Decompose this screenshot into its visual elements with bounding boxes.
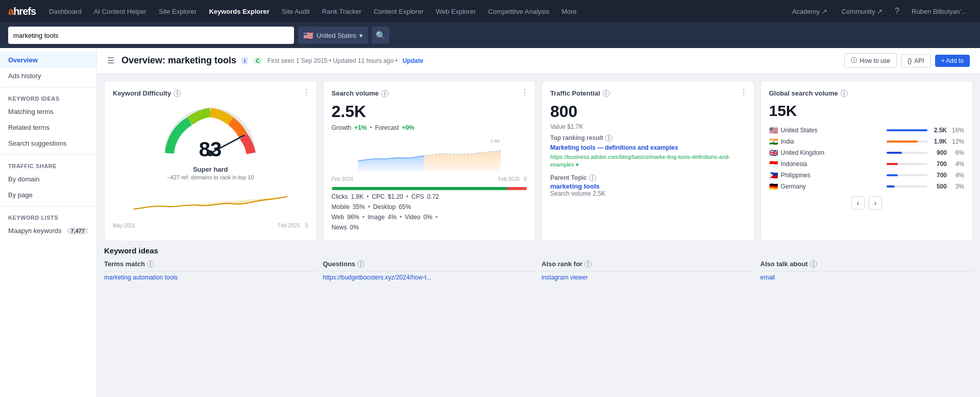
keyword-ideas-grid: Terms match i marketing automation tools… (104, 260, 973, 283)
sidebar: Overview Ads history Keyword ideas Match… (0, 48, 97, 397)
sv-info-icon[interactable]: i (381, 90, 388, 97)
tp-card-menu[interactable]: ⋮ (740, 87, 748, 97)
sidebar-item-overview[interactable]: Overview (0, 52, 96, 68)
nav-competitive-analysis[interactable]: Competitive Analysis (483, 5, 554, 18)
nav-site-audit[interactable]: Site Audit (277, 5, 315, 18)
sv-dot-1: • (370, 124, 372, 131)
country-val-de: 500 (930, 183, 947, 190)
logo[interactable]: ahrefs (8, 6, 36, 17)
sidebar-item-search-suggestions[interactable]: Search suggestions (0, 135, 96, 151)
country-pct-ph: 4% (950, 172, 964, 179)
sv-dot-2: • (366, 193, 369, 200)
sv-card-menu[interactable]: ⋮ (521, 87, 529, 97)
update-link[interactable]: Update (403, 57, 424, 64)
page-meta: First seen 1 Sep 2015 • Updated 11 hours… (267, 57, 398, 64)
nav-content-explorer[interactable]: Content Explorer (369, 5, 429, 18)
sv-end-row: Feb 2026 0 (498, 176, 527, 182)
questions-header: Questions i (323, 260, 536, 272)
sidebar-item-matching-terms[interactable]: Matching terms (0, 104, 96, 120)
questions-item-0[interactable]: https://budgetboosters.xyz/2024/how-t... (323, 272, 536, 283)
search-volume-card: Search volume i ⋮ 2.5K Growth +1% • Fore… (323, 81, 536, 241)
hamburger-icon[interactable]: ☰ (107, 56, 114, 65)
sv-clicks-value: 1.8K (351, 193, 364, 200)
search-input[interactable] (13, 32, 289, 39)
gauge-chart: 83 Super hard −427 ref. domains to rank … (113, 102, 308, 180)
help-icon[interactable]: ? (892, 5, 902, 18)
sidebar-item-related-terms[interactable]: Related terms (0, 120, 96, 135)
header-actions: ⓘ How to use {} API + Add to (844, 53, 970, 68)
sidebar-section-keyword-ideas: Keyword ideas (0, 90, 96, 104)
svg-text:83: 83 (199, 138, 222, 160)
sv-metrics-row-1: Clicks 1.8K • CPC $1.20 • CPS 0.72 (332, 193, 527, 200)
sv-trend-svg: 2.8K (332, 135, 527, 174)
sv-news-label: News (332, 224, 347, 231)
sidebar-item-by-domain[interactable]: By domain (0, 171, 96, 187)
pagination-next[interactable]: › (869, 196, 882, 209)
country-row-de: 🇩🇪 Germany 500 3% (769, 181, 965, 192)
de-bar-wrap (887, 185, 927, 188)
tp-top-info-icon[interactable]: i (605, 134, 612, 142)
sv-cps-label: CPS (411, 193, 424, 200)
nav-more[interactable]: More (556, 5, 582, 18)
sidebar-section-traffic-share: Traffic share (0, 158, 96, 171)
search-button[interactable]: 🔍 (372, 27, 389, 44)
pagination-prev[interactable]: ‹ (851, 196, 865, 209)
nav-academy[interactable]: Academy ↗ (787, 5, 832, 18)
gauge-svg: 83 (159, 102, 261, 164)
nav-keywords-explorer[interactable]: Keywords Explorer (204, 5, 275, 18)
terms-match-item-0[interactable]: marketing automation tools (104, 272, 317, 283)
also-talk-info-icon[interactable]: i (810, 261, 817, 268)
top-navigation: ahrefs Dashboard AI Content Helper Site … (0, 0, 980, 22)
nav-rank-tracker[interactable]: Rank Tracker (317, 5, 366, 18)
tp-info-icon[interactable]: i (603, 90, 610, 97)
also-rank-item-0[interactable]: instagram viewer (542, 272, 754, 283)
nav-community[interactable]: Community ↗ (837, 5, 888, 18)
sidebar-item-ads-history[interactable]: Ads history (0, 68, 96, 84)
us-flag-icon: 🇺🇸 (303, 31, 313, 40)
also-rank-label: Also rank for (542, 260, 582, 268)
nav-site-explorer[interactable]: Site Explorer (154, 5, 202, 18)
terms-match-info-icon[interactable]: i (147, 261, 154, 268)
sidebar-item-keyword-list[interactable]: Мааруп keywords 7,477 (0, 223, 96, 239)
tp-result-link[interactable]: Marketing tools — definitions and exampl… (550, 144, 746, 152)
kd-card-menu[interactable]: ⋮ (302, 87, 310, 97)
page-title: Overview: marketing tools (121, 55, 236, 66)
tp-parent-info-icon[interactable]: i (589, 174, 596, 181)
search-bar: 🇺🇸 United States ▾ 🔍 (0, 22, 980, 48)
country-selector[interactable]: 🇺🇸 United States ▾ (298, 27, 368, 44)
sidebar-item-by-page[interactable]: By page (0, 187, 96, 203)
id-bar-wrap (887, 163, 927, 165)
nav-dashboard[interactable]: Dashboard (44, 5, 87, 18)
kd-info-icon[interactable]: i (174, 90, 181, 97)
tp-title-label: Traffic Potential (550, 89, 600, 97)
keyword-list-badge: 7,477 (67, 227, 88, 235)
sv-image-label: Image (368, 214, 384, 221)
tp-parent-topic-value[interactable]: marketing tools (550, 182, 746, 190)
how-to-use-button[interactable]: ⓘ How to use (844, 53, 897, 68)
country-pct-in: 12% (950, 138, 964, 145)
also-rank-info-icon[interactable]: i (584, 261, 592, 268)
sv-dot-3: • (406, 193, 408, 200)
gv-info-icon[interactable]: i (841, 90, 848, 97)
sv-growth-row: Growth +1% • Forecast +0% (332, 124, 527, 131)
global-volume-card: Global search volume i 15K 🇺🇸 United Sta… (761, 81, 973, 241)
de-flag: 🇩🇪 (769, 182, 778, 191)
also-talk-item-0[interactable]: email (761, 272, 973, 283)
ph-flag: 🇵🇭 (769, 171, 778, 179)
sv-dot-5: • (362, 214, 364, 221)
sv-forecast-label: Forecast (375, 124, 399, 131)
nav-web-explorer[interactable]: Web Explorer (431, 5, 481, 18)
tp-dropdown-icon[interactable]: ▾ (576, 161, 579, 168)
add-to-button[interactable]: + Add to (935, 55, 970, 67)
nav-user[interactable]: Ruben Bilbulyan'... (906, 5, 972, 18)
keyword-ideas-section: Keyword ideas Terms match i marketing au… (97, 246, 980, 290)
sv-video-value: 0% (424, 214, 432, 221)
sv-title-label: Search volume (332, 89, 379, 97)
questions-info-icon[interactable]: i (357, 261, 364, 268)
country-list: 🇺🇸 United States 2.5K 16% 🇮🇳 India 1.9K … (769, 125, 965, 192)
us-flag: 🇺🇸 (769, 126, 778, 134)
nav-ai-content[interactable]: AI Content Helper (89, 5, 152, 18)
ideas-col-questions: Questions i https://budgetboosters.xyz/2… (323, 260, 536, 283)
sv-progress-green (332, 187, 507, 190)
api-button[interactable]: {} API (901, 54, 930, 67)
